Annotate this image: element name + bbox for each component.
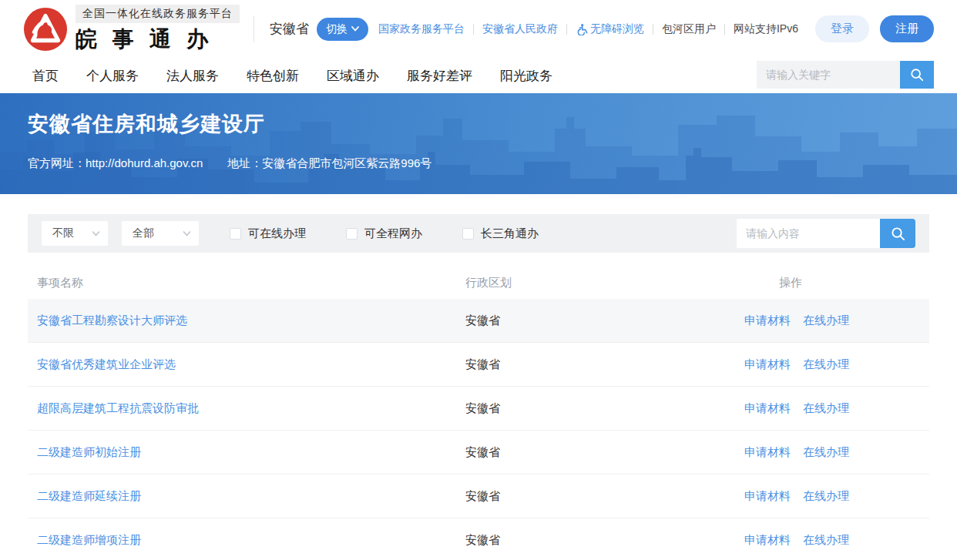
- content-search-button[interactable]: [880, 219, 915, 248]
- service-name-link[interactable]: 二级建造师增项注册: [28, 533, 459, 548]
- search-icon: [891, 226, 905, 241]
- region-switch-button[interactable]: 切换: [317, 18, 368, 41]
- chevron-down-icon: [351, 26, 359, 32]
- anhui-logo-icon: [23, 7, 68, 52]
- register-button[interactable]: 注册: [880, 15, 934, 42]
- link-national-platform[interactable]: 国家政务服务平台: [378, 22, 465, 36]
- service-region: 安徽省: [459, 445, 737, 460]
- checkbox-icon[interactable]: [230, 228, 241, 240]
- top-header: 全国一体化在线政务服务平台 皖事通办 安徽省 切换 国家政务服务平台 安徽省人民…: [0, 0, 957, 58]
- column-header-region: 行政区划: [459, 276, 737, 290]
- keyword-search-button[interactable]: [900, 61, 934, 89]
- service-name-link[interactable]: 二级建造师延续注册: [28, 489, 459, 504]
- column-header-name: 事项名称: [28, 276, 459, 290]
- checkbox-full-online[interactable]: 可全程网办: [346, 226, 422, 241]
- link-baohe-user[interactable]: 包河区用户: [662, 22, 716, 36]
- chevron-down-icon: [92, 231, 100, 236]
- checkbox-online[interactable]: 可在线办理: [230, 226, 306, 241]
- region-filter-dropdown[interactable]: 不限: [42, 221, 108, 246]
- table-row: 安徽省工程勘察设计大师评选 安徽省 申请材料 在线办理: [28, 299, 929, 343]
- column-header-ops: 操作: [737, 276, 929, 290]
- handle-online-link[interactable]: 在线办理: [803, 489, 849, 504]
- nav-item-legal[interactable]: 法人服务: [166, 67, 219, 85]
- department-banner: 安徽省住房和城乡建设厅 官方网址：http://dohurd.ah.gov.cn…: [0, 93, 957, 194]
- apply-materials-link[interactable]: 申请材料: [744, 357, 791, 372]
- link-ipv6[interactable]: 网站支持IPv6: [734, 22, 798, 36]
- header-divider: [254, 16, 254, 42]
- main-nav: 首页 个人服务 法人服务 特色创新 区域通办 服务好差评 阳光政务: [0, 58, 957, 93]
- link-anhui-gov[interactable]: 安徽省人民政府: [482, 22, 558, 36]
- link-separator: [566, 24, 567, 35]
- nav-item-home[interactable]: 首页: [32, 67, 59, 85]
- service-region: 安徽省: [459, 357, 737, 372]
- keyword-search-input[interactable]: [757, 61, 900, 89]
- apply-materials-link[interactable]: 申请材料: [744, 314, 791, 328]
- service-name-link[interactable]: 安徽省工程勘察设计大师评选: [28, 314, 459, 328]
- chevron-down-icon: [183, 231, 191, 236]
- table-row: 超限高层建筑工程抗震设防审批 安徽省 申请材料 在线办理: [28, 387, 929, 431]
- checkbox-icon[interactable]: [346, 228, 358, 240]
- table-row: 二级建造师延续注册 安徽省 申请材料 在线办理: [28, 474, 929, 518]
- apply-materials-link[interactable]: 申请材料: [744, 533, 791, 548]
- table-header-row: 事项名称 行政区划 操作: [28, 267, 929, 299]
- table-row: 二级建造师初始注册 安徽省 申请材料 在线办理: [28, 431, 929, 474]
- handle-online-link[interactable]: 在线办理: [803, 533, 849, 548]
- link-separator: [724, 24, 725, 35]
- checkbox-yangtze-delta[interactable]: 长三角通办: [462, 226, 539, 241]
- category-filter-dropdown[interactable]: 全部: [122, 221, 199, 246]
- service-name-link[interactable]: 超限高层建筑工程抗震设防审批: [28, 401, 459, 416]
- checkbox-icon[interactable]: [462, 228, 474, 240]
- official-website: 官方网址：http://dohurd.ah.gov.cn: [28, 156, 203, 171]
- apply-materials-link[interactable]: 申请材料: [744, 445, 791, 460]
- handle-online-link[interactable]: 在线办理: [803, 445, 849, 460]
- brand-logo[interactable]: 全国一体化在线政务服务平台 皖事通办: [23, 5, 240, 54]
- accessibility-icon: [576, 23, 588, 35]
- service-region: 安徽省: [459, 533, 737, 548]
- nav-item-sunshine[interactable]: 阳光政务: [500, 67, 552, 85]
- service-region: 安徽省: [459, 314, 737, 328]
- nav-item-personal[interactable]: 个人服务: [86, 67, 139, 85]
- service-name-link[interactable]: 安徽省优秀建筑业企业评选: [28, 357, 459, 372]
- keyword-search: [757, 61, 934, 89]
- link-separator: [473, 24, 474, 35]
- department-title: 安徽省住房和城乡建设厅: [28, 110, 265, 138]
- table-row: 安徽省优秀建筑业企业评选 安徽省 申请材料 在线办理: [28, 343, 929, 387]
- handle-online-link[interactable]: 在线办理: [803, 401, 849, 416]
- service-region: 安徽省: [459, 489, 737, 504]
- link-accessibility[interactable]: 无障碍浏览: [576, 22, 644, 36]
- platform-badge: 全国一体化在线政务服务平台: [76, 5, 240, 23]
- department-address: 地址：安徽省合肥市包河区紫云路996号: [227, 156, 431, 171]
- utility-links: 国家政务服务平台 安徽省人民政府 无障碍浏览 包河区用户 网站支持IPv6 登录…: [378, 15, 934, 42]
- handle-online-link[interactable]: 在线办理: [803, 357, 849, 372]
- apply-materials-link[interactable]: 申请材料: [744, 489, 791, 504]
- content-search-input[interactable]: [737, 219, 880, 248]
- nav-item-regional[interactable]: 区域通办: [327, 67, 379, 85]
- current-region-label: 安徽省: [270, 20, 309, 38]
- apply-materials-link[interactable]: 申请材料: [744, 401, 791, 416]
- service-region: 安徽省: [459, 401, 737, 416]
- brand-title: 皖事通办: [76, 25, 240, 54]
- nav-item-innovation[interactable]: 特色创新: [247, 67, 299, 85]
- login-button[interactable]: 登录: [815, 15, 869, 42]
- handle-online-link[interactable]: 在线办理: [803, 314, 849, 328]
- content-search: [737, 219, 915, 248]
- link-separator: [653, 24, 653, 35]
- service-name-link[interactable]: 二级建造师初始注册: [28, 445, 459, 460]
- services-table: 事项名称 行政区划 操作 安徽省工程勘察设计大师评选 安徽省 申请材料 在线办理…: [28, 267, 929, 560]
- filter-bar: 不限 全部 可在线办理 可全程网办 长三角通办: [28, 214, 929, 253]
- nav-item-review[interactable]: 服务好差评: [407, 67, 472, 85]
- table-row: 二级建造师增项注册 安徽省 申请材料 在线办理: [28, 518, 929, 560]
- search-icon: [910, 68, 924, 82]
